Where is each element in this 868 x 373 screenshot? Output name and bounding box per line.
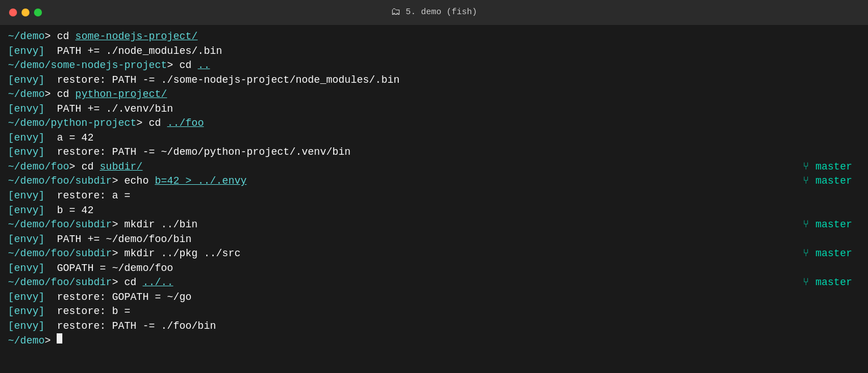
prompt-gt: >: [137, 116, 143, 131]
envy-value: restore: PATH -= ~/demo/python-project/.…: [45, 145, 351, 160]
cmd-plain: cd: [51, 87, 75, 102]
prompt-path: ~/demo/foo/subdir: [8, 247, 112, 261]
window-title-text: 5. demo (fish): [406, 6, 477, 18]
envy-tag: [envy]: [8, 189, 45, 204]
terminal-line: ~/demo/some-nodejs-project> cd ..: [8, 58, 860, 73]
minimize-button[interactable]: [22, 9, 29, 16]
envy-tag: [envy]: [8, 232, 45, 247]
prompt-gt: >: [45, 87, 51, 102]
terminal-line: ~/demo/foo/subdir> echo b=42 > ../.envy⑂…: [8, 174, 860, 189]
terminal-line: [envy] restore: PATH -= ~/demo/python-pr…: [8, 145, 860, 160]
envy-value: GOPATH = ~/demo/foo: [45, 261, 173, 276]
envy-tag: [envy]: [8, 261, 45, 276]
cmd-link[interactable]: ..: [198, 58, 210, 73]
prompt-gt: >: [112, 218, 118, 232]
git-branch-label: ⑂ master: [803, 275, 852, 290]
terminal-line: [envy] restore: PATH -= ./foo/bin: [8, 319, 860, 334]
terminal-line: ~/demo/python-project> cd ../foo: [8, 116, 860, 131]
terminal-line: [envy] restore: GOPATH = ~/go: [8, 290, 860, 305]
envy-tag: [envy]: [8, 290, 45, 305]
close-button[interactable]: [9, 9, 17, 16]
envy-tag: [envy]: [8, 319, 45, 334]
prompt-gt: >: [112, 275, 118, 290]
terminal-line: ~/demo/foo/subdir> cd ../..⑂ master: [8, 275, 860, 290]
terminal-line: [envy] PATH += ./.venv/bin: [8, 102, 860, 117]
terminal-line: ~/demo>: [8, 333, 860, 349]
terminal-body[interactable]: ~/demo> cd some-nodejs-project/[envy] PA…: [0, 25, 868, 373]
envy-tag: [envy]: [8, 304, 45, 319]
prompt-gt: >: [45, 29, 51, 44]
cmd-plain: cd: [143, 116, 167, 131]
envy-tag: [envy]: [8, 102, 45, 117]
cmd-plain: [51, 334, 57, 349]
envy-value: PATH += ~/demo/foo/bin: [45, 232, 192, 247]
titlebar: 🗂 5. demo (fish): [0, 0, 868, 25]
cmd-link[interactable]: ../foo: [167, 116, 204, 131]
envy-value: restore: PATH -= ./foo/bin: [45, 319, 216, 334]
traffic-lights: [9, 9, 42, 16]
prompt-path: ~/demo/foo/subdir: [8, 174, 112, 189]
cmd-link[interactable]: ../..: [143, 275, 173, 290]
terminal-line: ~/demo> cd some-nodejs-project/: [8, 29, 860, 44]
terminal-line: [envy] b = 42: [8, 204, 860, 218]
git-branch-label: ⑂ master: [803, 160, 852, 175]
prompt-gt: >: [45, 334, 51, 349]
envy-value: PATH += ./node_modules/.bin: [45, 44, 222, 59]
git-branch-label: ⑂ master: [803, 218, 852, 232]
prompt-path: ~/demo/python-project: [8, 116, 137, 131]
cursor: [57, 333, 62, 344]
git-branch-label: ⑂ master: [803, 247, 852, 261]
envy-tag: [envy]: [8, 204, 45, 218]
prompt-gt: >: [69, 160, 75, 175]
cmd-plain: echo: [118, 174, 155, 189]
envy-tag: [envy]: [8, 44, 45, 59]
terminal-line: [envy] restore: a =: [8, 189, 860, 204]
envy-value: b = 42: [45, 204, 93, 218]
prompt-path: ~/demo/foo: [8, 160, 69, 175]
envy-tag: [envy]: [8, 131, 45, 146]
maximize-button[interactable]: [34, 9, 42, 16]
terminal-line: [envy] a = 42: [8, 131, 860, 146]
envy-value: a = 42: [45, 131, 93, 146]
terminal-line: [envy] PATH += ./node_modules/.bin: [8, 44, 860, 59]
prompt-path: ~/demo/foo/subdir: [8, 218, 112, 232]
cmd-plain: cd: [51, 29, 75, 44]
cmd-link[interactable]: subdir/: [100, 160, 143, 175]
prompt-path: ~/demo: [8, 87, 45, 102]
envy-tag: [envy]: [8, 145, 45, 160]
terminal-line: [envy] PATH += ~/demo/foo/bin: [8, 232, 860, 247]
prompt-gt: >: [112, 174, 118, 189]
terminal-line: ~/demo/foo/subdir> mkdir ../bin⑂ master: [8, 218, 860, 232]
envy-value: restore: a =: [45, 189, 130, 204]
cmd-plain: mkdir ../bin: [118, 218, 197, 232]
cmd-link[interactable]: b=42 > ../.envy: [155, 174, 246, 189]
cmd-plain: mkdir ../pkg ../src: [118, 247, 240, 261]
prompt-path: ~/demo/foo/subdir: [8, 275, 112, 290]
envy-value: restore: b =: [45, 304, 130, 319]
cmd-plain: cd: [75, 160, 100, 175]
cmd-plain: cd: [173, 58, 198, 73]
git-branch-label: ⑂ master: [803, 174, 852, 189]
terminal-line: [envy] restore: b =: [8, 304, 860, 319]
terminal-line: ~/demo/foo/subdir> mkdir ../pkg ../src⑂ …: [8, 247, 860, 261]
terminal-line: ~/demo> cd python-project/: [8, 87, 860, 102]
folder-icon: 🗂: [391, 5, 401, 20]
cmd-link[interactable]: python-project/: [75, 87, 167, 102]
prompt-gt: >: [112, 247, 118, 261]
terminal-line: [envy] restore: PATH -= ./some-nodejs-pr…: [8, 73, 860, 88]
envy-value: restore: PATH -= ./some-nodejs-project/n…: [45, 73, 400, 88]
window-title: 🗂 5. demo (fish): [391, 5, 477, 20]
envy-value: restore: GOPATH = ~/go: [45, 290, 192, 305]
prompt-path: ~/demo: [8, 334, 45, 349]
cmd-link[interactable]: some-nodejs-project/: [75, 29, 198, 44]
prompt-gt: >: [167, 58, 173, 73]
prompt-path: ~/demo/some-nodejs-project: [8, 58, 167, 73]
terminal-line: ~/demo/foo> cd subdir/⑂ master: [8, 160, 860, 175]
envy-value: PATH += ./.venv/bin: [45, 102, 173, 117]
terminal-line: [envy] GOPATH = ~/demo/foo: [8, 261, 860, 276]
prompt-path: ~/demo: [8, 29, 45, 44]
envy-tag: [envy]: [8, 73, 45, 88]
cmd-plain: cd: [118, 275, 142, 290]
